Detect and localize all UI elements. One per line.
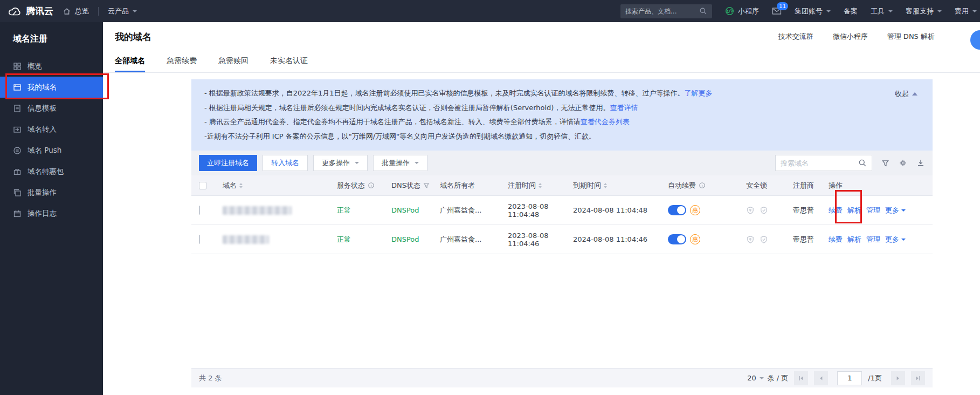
registrar: 帝思普 (793, 235, 829, 244)
chevron-down-icon (415, 162, 419, 164)
table-header-row: 域名 服务状态 DNS状态 域名所有者 (191, 175, 933, 196)
link-wechat-mini-program[interactable]: 微信小程序 (833, 32, 868, 42)
topbar-overview[interactable]: 总览 (63, 6, 89, 16)
more-dropdown-link[interactable]: 更多 (885, 206, 906, 215)
topbar-group-account[interactable]: 集团账号 (795, 6, 831, 16)
column-header-domain[interactable]: 域名 (223, 181, 337, 190)
topbar-tools[interactable]: 工具 (871, 6, 893, 16)
tab-need-renewal[interactable]: 急需续费 (167, 56, 197, 72)
gear-icon[interactable] (899, 159, 907, 167)
next-page-button[interactable] (891, 371, 905, 385)
info-icon[interactable] (699, 182, 706, 189)
expire-time: 2024-08-08 11:04:48 (573, 206, 668, 214)
column-header-owner: 域名所有者 (440, 181, 508, 190)
search-icon[interactable] (858, 159, 867, 167)
manage-link[interactable]: 管理 (866, 206, 880, 215)
filter-icon[interactable] (423, 182, 430, 189)
domain-search-box[interactable] (775, 155, 872, 171)
register-domain-button[interactable]: 立即注册域名 (199, 155, 257, 171)
sidebar-item-operation-logs[interactable]: 操作日志 (0, 203, 103, 224)
sidebar-item-overview[interactable]: 概览 (0, 56, 103, 77)
sort-icon[interactable] (539, 183, 542, 188)
row-checkbox[interactable] (199, 206, 200, 215)
info-icon[interactable] (368, 182, 375, 189)
auto-renew-toggle[interactable] (668, 205, 686, 215)
collapse-banner-button[interactable]: 收起 (895, 87, 917, 101)
notice-line: - 根据最新政策法规要求，自2022年1月1日起，域名注册前必须使用已实名审核的… (204, 86, 920, 101)
filter-icon[interactable] (881, 159, 889, 167)
row-checkbox[interactable] (199, 235, 200, 244)
tencent-cloud-logo[interactable]: 腾讯云 (8, 5, 53, 17)
chevron-down-icon (972, 10, 977, 12)
topbar-search-input[interactable] (625, 8, 699, 15)
shield-icon[interactable] (760, 206, 768, 215)
sidebar-item-deal-package[interactable]: 域名特惠包 (0, 161, 103, 182)
more-operations-dropdown[interactable]: 更多操作 (313, 155, 368, 171)
column-header-expires[interactable]: 到期时间 (573, 181, 668, 190)
prev-page-button[interactable] (814, 371, 828, 385)
topbar: 腾讯云 总览 云产品 (0, 0, 980, 22)
table-toolbar: 立即注册域名 转入域名 更多操作 批量操作 (191, 151, 933, 175)
calendar-icon (13, 209, 22, 218)
registrar: 帝思普 (793, 206, 829, 215)
resolve-link[interactable]: 解析 (847, 206, 861, 215)
download-icon[interactable] (916, 159, 925, 167)
topbar-search[interactable] (620, 4, 712, 18)
auto-renew-toggle[interactable] (668, 234, 686, 244)
security-lock-icons (746, 235, 793, 244)
topbar-icp[interactable]: 备案 (844, 6, 858, 16)
sidebar-item-info-templates[interactable]: 信息模板 (0, 98, 103, 119)
page-header: 我的域名 技术交流群 微信小程序 管理 DNS 解析 (103, 22, 980, 51)
last-page-button[interactable] (911, 371, 925, 385)
topbar-products-menu[interactable]: 云产品 (108, 6, 137, 16)
manage-link[interactable]: 管理 (866, 235, 880, 244)
transfer-in-icon (13, 125, 22, 134)
tab-not-verified[interactable]: 未实名认证 (270, 56, 308, 72)
sidebar-item-domain-push[interactable]: 域名 Push (0, 140, 103, 161)
batch-operations-dropdown[interactable]: 批量操作 (373, 155, 427, 171)
link-learn-more[interactable]: 了解更多 (684, 89, 712, 97)
select-all-checkbox[interactable] (199, 182, 206, 189)
service-status: 正常 (337, 206, 391, 215)
sort-icon[interactable] (239, 183, 243, 188)
shield-icon[interactable] (760, 235, 768, 244)
column-header-registrar: 注册商 (793, 181, 829, 190)
link-voucher-list[interactable]: 查看代金券列表 (581, 118, 630, 126)
column-header-auto-renew: 自动续费 (668, 181, 746, 190)
shield-icon[interactable] (746, 206, 755, 215)
link-tech-group[interactable]: 技术交流群 (778, 32, 813, 42)
column-header-security-lock: 安全锁 (746, 181, 793, 190)
shield-icon[interactable] (746, 235, 755, 244)
domain-search-input[interactable] (781, 159, 855, 167)
page-number-input[interactable] (837, 371, 862, 385)
table-row: 正常 DNSPod 广州嘉益食... 2023-08-08 11:04:46 2… (191, 225, 933, 254)
topbar-messages[interactable]: 11 (772, 7, 782, 15)
grid-icon (13, 62, 22, 71)
chevron-down-icon (133, 10, 137, 12)
search-icon[interactable] (699, 7, 707, 15)
sidebar-item-domain-transfer-in[interactable]: 域名转入 (0, 119, 103, 140)
total-count: 共 2 条 (199, 373, 222, 383)
sidebar-item-batch-operations[interactable]: 批量操作 (0, 182, 103, 203)
link-manage-dns[interactable]: 管理 DNS 解析 (887, 32, 935, 42)
promo-badge[interactable]: 惠 (690, 205, 700, 215)
renew-link[interactable]: 续费 (829, 206, 843, 215)
topbar-support[interactable]: 客服支持 (906, 6, 942, 16)
topbar-billing[interactable]: 费用 (955, 6, 977, 16)
first-page-button[interactable] (794, 371, 808, 385)
more-dropdown-link[interactable]: 更多 (885, 235, 906, 244)
topbar-mini-program[interactable]: 小程序 (725, 6, 759, 16)
tab-all-domains[interactable]: 全部域名 (115, 56, 145, 72)
transfer-domain-button[interactable]: 转入域名 (263, 155, 308, 171)
sort-icon[interactable] (604, 183, 607, 188)
page-size-select[interactable]: 20 (747, 374, 764, 382)
promo-badge[interactable]: 惠 (690, 234, 700, 244)
resolve-link[interactable]: 解析 (847, 235, 861, 244)
cloud-logo-icon (8, 6, 22, 17)
sidebar-item-my-domains[interactable]: 我的域名 (0, 77, 103, 98)
column-header-registered[interactable]: 注册时间 (508, 181, 573, 190)
domain-owner: 广州嘉益食... (440, 206, 508, 215)
link-view-details[interactable]: 查看详情 (610, 104, 638, 112)
renew-link[interactable]: 续费 (829, 235, 843, 244)
tab-need-redemption[interactable]: 急需赎回 (218, 56, 249, 72)
